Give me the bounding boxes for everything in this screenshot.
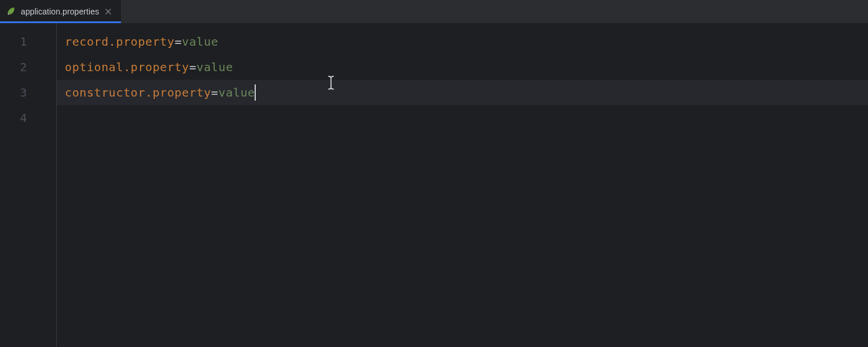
property-value: value	[182, 35, 218, 49]
delimiter: =	[189, 60, 197, 74]
line-number: 1	[0, 29, 56, 54]
line-number: 2	[0, 54, 56, 80]
ibeam-cursor-icon	[327, 75, 335, 90]
code-area[interactable]: record.property=value optional.property=…	[57, 23, 868, 347]
line-number-gutter: 1 2 3 4	[0, 23, 57, 347]
delimiter: =	[211, 86, 219, 99]
line-number: 4	[0, 105, 56, 131]
code-line[interactable]: optional.property=value	[57, 54, 868, 80]
line-number: 3	[0, 80, 56, 105]
property-key: record.property	[65, 35, 175, 49]
code-editor[interactable]: 1 2 3 4 record.property=value optional.p…	[0, 23, 868, 347]
tab-label: application.properties	[21, 7, 99, 16]
property-value: value	[197, 60, 233, 74]
text-caret	[255, 84, 256, 101]
close-icon[interactable]	[104, 7, 113, 16]
spring-leaf-icon	[6, 6, 16, 17]
tab-bar: application.properties	[0, 0, 868, 23]
property-key: optional.property	[65, 60, 189, 74]
code-line[interactable]	[57, 105, 868, 131]
property-value: value	[218, 86, 255, 99]
code-line[interactable]: record.property=value	[57, 29, 868, 54]
delimiter: =	[175, 35, 182, 49]
property-key: constructor.property	[65, 86, 211, 99]
code-line[interactable]: constructor.property=value	[57, 80, 868, 105]
svg-point-1	[8, 13, 9, 14]
tab-application-properties[interactable]: application.properties	[0, 0, 121, 23]
